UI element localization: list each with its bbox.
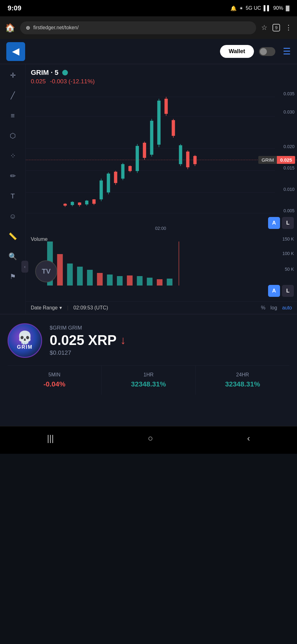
token-usd-price: $0.0127 <box>50 349 289 356</box>
wallet-button[interactable]: Wallet <box>220 45 254 58</box>
nav-recent-apps-icon[interactable]: ||| <box>47 433 54 443</box>
token-details: $GRIM GRIM 0.025 XRP ↓ $0.0127 <box>50 325 289 356</box>
svg-rect-52 <box>127 275 133 286</box>
stats-row: 5MIN -0.04% 1HR 32348.31% 24HR 32348.31% <box>8 365 289 395</box>
stat-period-5min: 5MIN <box>11 372 98 378</box>
chart-price: 0.025 <box>31 78 46 85</box>
network-label: 5G UC <box>246 5 261 11</box>
percent-option[interactable]: % <box>261 305 265 311</box>
svg-rect-33 <box>157 101 160 145</box>
text-icon[interactable]: T <box>7 190 19 203</box>
token-info-section: 💀 GRIM $GRIM GRIM 0.025 XRP ↓ $0.0127 5M… <box>0 314 297 401</box>
candle-svg <box>26 87 275 219</box>
status-time: 9:09 <box>8 4 21 12</box>
tv-watermark: TV <box>35 260 57 282</box>
volume-label: Volume <box>31 236 47 242</box>
svg-rect-17 <box>100 180 103 199</box>
l-button-candle[interactable]: L <box>282 217 294 229</box>
chart-toolbar: ✛ ╱ ≡ ⬡ ⁘ ✏ T ☺ 📏 🔍 ⚑ <box>0 64 26 314</box>
svg-rect-45 <box>57 254 63 286</box>
bottom-nav: ||| ○ ‹ <box>0 426 297 454</box>
svg-rect-15 <box>92 199 96 204</box>
token-price-main: 0.025 XRP ↓ <box>50 332 289 348</box>
nav-back-icon[interactable]: ‹ <box>247 433 250 443</box>
stat-value-24hr: 32348.31% <box>199 380 286 388</box>
zoom-icon[interactable]: 🔍 <box>7 250 19 263</box>
nodes-icon[interactable]: ⬡ <box>7 130 19 142</box>
tab-count[interactable]: 9 <box>272 24 280 31</box>
price-level-5: 0.010 <box>283 187 294 192</box>
ab-buttons-candle: A L <box>268 217 294 229</box>
price-level-3: 0.020 <box>283 144 294 149</box>
home-icon[interactable]: 🏠 <box>5 23 15 33</box>
lines-icon[interactable]: ≡ <box>7 109 19 122</box>
site-icon: ⊕ <box>26 25 30 31</box>
svg-rect-11 <box>78 203 81 205</box>
svg-rect-37 <box>172 120 175 136</box>
price-level-1: 0.035 <box>283 91 294 96</box>
svg-rect-43 <box>193 156 196 164</box>
pen-icon[interactable]: ✏ <box>7 170 19 182</box>
more-icon[interactable]: ⋮ <box>285 24 292 32</box>
svg-rect-35 <box>164 99 168 114</box>
date-range-button[interactable]: Date Range ▾ <box>31 305 62 311</box>
svg-rect-21 <box>114 172 117 183</box>
stat-24hr: 24HR 32348.31% <box>196 366 289 395</box>
logo-icon: ◀ <box>12 46 19 57</box>
auto-option[interactable]: auto <box>282 305 292 311</box>
vol-level-3: 50 K <box>285 267 294 272</box>
page-spacer <box>0 401 297 426</box>
grim-tag-price: 0.025 <box>277 156 295 164</box>
l-button-volume[interactable]: L <box>282 285 294 297</box>
svg-rect-41 <box>186 152 189 167</box>
url-text: firstledger.net/token/ <box>33 25 79 31</box>
chart-time-label: 02:00 <box>155 226 166 231</box>
chart-change: -0.003 (-12.11%) <box>50 78 95 85</box>
chart-section: ✛ ╱ ≡ ⬡ ⁘ ✏ T ☺ 📏 🔍 ⚑ GRIM · 5 0.025 -0.… <box>0 64 297 314</box>
volume-svg <box>26 238 275 289</box>
scatter-icon[interactable]: ⁘ <box>7 150 19 162</box>
token-top-row: 💀 GRIM $GRIM GRIM 0.025 XRP ↓ $0.0127 <box>8 323 289 358</box>
bookmark-icon[interactable]: ☆ <box>261 24 267 32</box>
stat-value-5min: -0.04% <box>11 380 98 388</box>
svg-rect-55 <box>157 279 162 286</box>
a-button-volume[interactable]: A <box>268 285 280 297</box>
menu-icon[interactable]: ☰ <box>283 46 291 57</box>
avatar-inner: 💀 GRIM <box>17 331 33 350</box>
url-bar[interactable]: ⊕ firstledger.net/token/ <box>20 21 256 34</box>
svg-rect-9 <box>71 202 74 205</box>
chart-symbol: GRIM · 5 <box>31 69 58 77</box>
sidebar-collapse-btn[interactable]: ‹ <box>21 261 28 273</box>
price-down-arrow: ↓ <box>120 334 126 347</box>
price-level-6: 0.005 <box>283 208 294 213</box>
svg-rect-19 <box>107 174 110 192</box>
chart-options: % log auto <box>261 305 292 311</box>
toggle-button[interactable] <box>259 47 275 56</box>
svg-rect-31 <box>150 121 153 155</box>
svg-rect-23 <box>121 164 124 179</box>
app-logo: ◀ <box>6 42 25 61</box>
log-option[interactable]: log <box>271 305 277 311</box>
token-name: $GRIM GRIM <box>50 325 289 331</box>
skull-emoji: 💀 <box>17 331 33 344</box>
a-button-candle[interactable]: A <box>268 217 280 229</box>
signal-icon: ▌▌ <box>264 5 271 11</box>
candlestick-chart: 0.035 0.030 0.020 0.015 0.010 0.005 GRIM… <box>26 87 297 232</box>
svg-rect-29 <box>143 143 146 158</box>
svg-rect-47 <box>77 267 83 286</box>
svg-rect-49 <box>97 273 103 286</box>
crosshair-icon[interactable]: ✛ <box>7 69 19 82</box>
flag-icon[interactable]: ⚑ <box>7 270 19 283</box>
nav-home-icon[interactable]: ○ <box>148 433 153 443</box>
ruler-icon[interactable]: 📏 <box>7 230 19 243</box>
chart-header: GRIM · 5 0.025 -0.003 (-12.11%) <box>26 64 297 87</box>
trend-line-icon[interactable]: ╱ <box>7 89 19 102</box>
emoji-icon[interactable]: ☺ <box>7 210 19 223</box>
stat-period-1hr: 1HR <box>105 372 192 378</box>
live-dot <box>62 70 68 75</box>
svg-rect-54 <box>147 278 152 286</box>
divider: | <box>67 305 68 311</box>
svg-rect-13 <box>85 201 88 204</box>
battery-label: 90% <box>273 5 283 11</box>
status-bar: 9:09 🔔 ✴ 5G UC ▌▌ 90% ▓ <box>0 0 297 16</box>
